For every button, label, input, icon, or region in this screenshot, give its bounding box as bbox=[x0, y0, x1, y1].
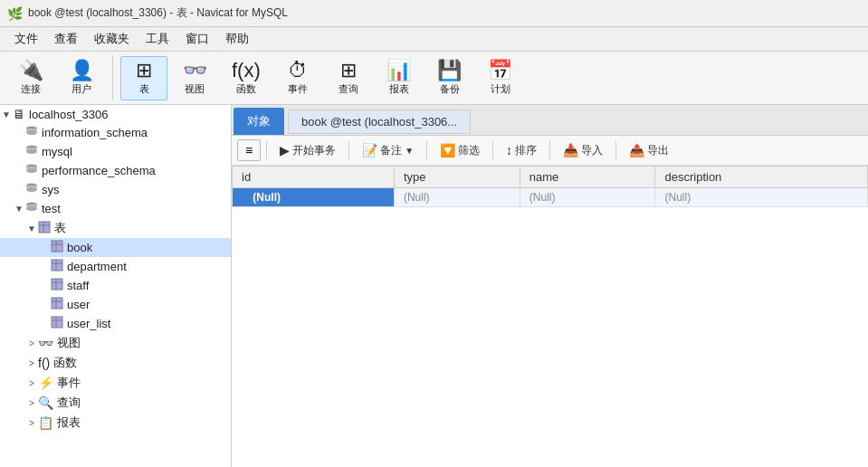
sidebar-item-user_list[interactable]: user_list bbox=[0, 314, 231, 333]
export-icon: 📤 bbox=[629, 143, 644, 157]
import-label: 导入 bbox=[581, 143, 603, 158]
tree-icon-events_group: ⚡ bbox=[38, 376, 53, 390]
sidebar-item-book[interactable]: book bbox=[0, 238, 231, 257]
sidebar-item-user[interactable]: user bbox=[0, 295, 231, 314]
tree-icon-user bbox=[51, 297, 63, 312]
menu-item-收藏夹[interactable]: 收藏夹 bbox=[87, 29, 137, 49]
sidebar-item-tables_group[interactable]: ▼表 bbox=[0, 218, 231, 238]
toolbar-item-backup[interactable]: 💾备份 bbox=[426, 56, 473, 100]
sidebar: ▼🖥localhost_3306information_schemamysqlp… bbox=[0, 105, 232, 467]
tree-label-reports_group: 报表 bbox=[57, 415, 81, 431]
sidebar-item-test[interactable]: ▼test bbox=[0, 199, 231, 218]
separator bbox=[266, 141, 267, 159]
tree-icon-staff bbox=[51, 278, 63, 293]
toolbar-item-report[interactable]: 📊报表 bbox=[376, 56, 423, 100]
sidebar-item-localhost[interactable]: ▼🖥localhost_3306 bbox=[0, 105, 231, 123]
toolbar-item-table[interactable]: ⊞表 bbox=[120, 56, 167, 100]
svg-point-5 bbox=[26, 168, 37, 173]
svg-rect-10 bbox=[39, 222, 50, 233]
sort-button[interactable]: ↕ 排序 bbox=[499, 140, 544, 161]
svg-point-3 bbox=[26, 149, 37, 154]
tree-label-information_schema: information_schema bbox=[42, 126, 148, 139]
menu-item-帮助[interactable]: 帮助 bbox=[218, 29, 256, 49]
tree-label-sys: sys bbox=[42, 183, 60, 196]
toolbar-item-event[interactable]: ⏱事件 bbox=[274, 56, 321, 100]
tool-sep-before-table bbox=[112, 55, 113, 100]
user-label: 用户 bbox=[72, 82, 91, 96]
tree-arrow-events_group: > bbox=[25, 378, 38, 388]
toolbar-item-view[interactable]: 👓视图 bbox=[171, 56, 218, 100]
backup-label: 备份 bbox=[440, 82, 460, 96]
tree-icon-views_group: 👓 bbox=[38, 336, 53, 350]
main-layout: ▼🖥localhost_3306information_schemamysqlp… bbox=[0, 105, 868, 467]
sidebar-item-events_group[interactable]: >⚡事件 bbox=[0, 373, 231, 393]
sidebar-item-information_schema[interactable]: information_schema bbox=[0, 123, 231, 142]
tab-book_tab[interactable]: book @test (localhost_3306... bbox=[288, 110, 471, 134]
svg-rect-25 bbox=[52, 317, 62, 328]
menu-button[interactable]: ≡ bbox=[237, 139, 261, 161]
sidebar-item-funcs_group[interactable]: >f()函数 bbox=[0, 353, 231, 373]
tree-arrow-queries_group: > bbox=[25, 398, 38, 408]
event-label: 事件 bbox=[288, 82, 308, 96]
svg-point-9 bbox=[26, 206, 37, 211]
content-area: 对象book @test (localhost_3306... ≡ ▶ 开始事务… bbox=[232, 105, 868, 467]
col-header-description: description bbox=[655, 167, 868, 188]
tree-icon-reports_group: 📋 bbox=[38, 415, 53, 430]
sidebar-item-staff[interactable]: staff bbox=[0, 276, 231, 295]
table-label: 表 bbox=[139, 82, 149, 96]
svg-rect-22 bbox=[52, 298, 62, 309]
toolbar-item-user[interactable]: 👤用户 bbox=[58, 56, 105, 100]
tree-label-funcs_group: 函数 bbox=[53, 355, 77, 371]
title-icon: 🌿 bbox=[7, 6, 23, 21]
menu-item-窗口[interactable]: 窗口 bbox=[178, 29, 216, 49]
tree-icon-sys bbox=[25, 182, 38, 197]
tree-icon-tables_group bbox=[38, 221, 51, 236]
export-button[interactable]: 📤 导出 bbox=[622, 140, 676, 161]
start-transaction-button[interactable]: ▶ 开始事务 bbox=[272, 140, 343, 161]
cell-type: (Null) bbox=[394, 188, 520, 207]
tab-objects[interactable]: 对象 bbox=[234, 108, 284, 135]
query-label: 查询 bbox=[339, 82, 358, 96]
tree-icon-queries_group: 🔍 bbox=[38, 396, 53, 410]
function-label: 函数 bbox=[236, 82, 256, 96]
export-label: 导出 bbox=[647, 143, 669, 158]
tree-icon-funcs_group: f() bbox=[38, 356, 50, 370]
report-label: 报表 bbox=[389, 82, 409, 96]
toolbar-item-function[interactable]: f(x)函数 bbox=[222, 56, 271, 100]
sidebar-item-views_group[interactable]: >👓视图 bbox=[0, 333, 231, 353]
tree-label-book: book bbox=[67, 241, 92, 254]
view-icon: 👓 bbox=[183, 61, 207, 81]
function-icon: f(x) bbox=[232, 61, 261, 81]
svg-rect-16 bbox=[52, 260, 62, 271]
cell-description: (Null) bbox=[655, 188, 868, 207]
schedule-icon: 📅 bbox=[488, 61, 512, 81]
tree-label-user: user bbox=[67, 298, 90, 311]
menu-item-文件[interactable]: 文件 bbox=[7, 29, 45, 49]
sidebar-item-mysql[interactable]: mysql bbox=[0, 142, 231, 161]
menu-item-工具[interactable]: 工具 bbox=[138, 29, 176, 49]
toolbar-item-schedule[interactable]: 📅计划 bbox=[477, 56, 524, 100]
note-icon: 📝 bbox=[362, 143, 377, 157]
start-transaction-label: 开始事务 bbox=[292, 143, 336, 158]
note-button[interactable]: 📝 备注 ▼ bbox=[355, 140, 421, 161]
filter-button[interactable]: 🔽 筛选 bbox=[433, 140, 487, 161]
cell-name: (Null) bbox=[520, 188, 655, 207]
toolbar-item-connect[interactable]: 🔌连接 bbox=[7, 56, 54, 100]
sidebar-item-sys[interactable]: sys bbox=[0, 180, 231, 199]
import-button[interactable]: 📥 导入 bbox=[556, 140, 610, 161]
toolbar-item-query[interactable]: ⊞查询 bbox=[325, 56, 372, 100]
event-icon: ⏱ bbox=[288, 61, 308, 81]
import-icon: 📥 bbox=[563, 143, 578, 157]
sidebar-item-department[interactable]: department bbox=[0, 257, 231, 276]
sidebar-item-reports_group[interactable]: >📋报表 bbox=[0, 413, 231, 433]
start-transaction-icon: ▶ bbox=[280, 143, 290, 157]
table-row[interactable]: ▶ (Null)(Null)(Null)(Null) bbox=[233, 188, 868, 207]
tree-icon-book bbox=[51, 240, 63, 255]
svg-rect-13 bbox=[52, 241, 62, 252]
cell-id: ▶ (Null) bbox=[233, 188, 395, 207]
menu-item-查看[interactable]: 查看 bbox=[47, 29, 85, 49]
tree-label-tables_group: 表 bbox=[54, 220, 66, 236]
sidebar-item-queries_group[interactable]: >🔍查询 bbox=[0, 393, 231, 413]
tree-label-test: test bbox=[42, 202, 61, 215]
sidebar-item-performance_schema[interactable]: performance_schema bbox=[0, 161, 231, 180]
